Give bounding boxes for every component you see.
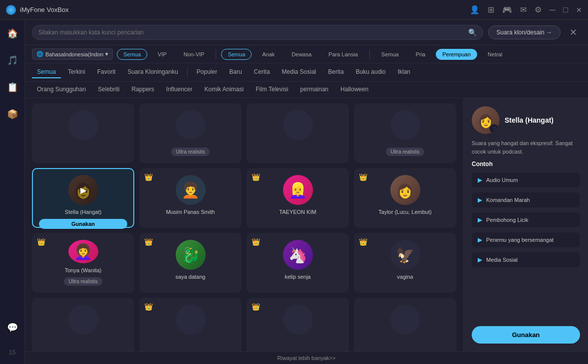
stella-play-overlay[interactable]: ▶	[68, 175, 98, 205]
detail-heart-icon[interactable]: ♡	[490, 124, 499, 133]
sample-media-sosial[interactable]: ▶ Media Sosial	[472, 252, 580, 267]
filter-vip[interactable]: VIP	[151, 49, 173, 60]
crown-icon-vagina: 👑	[359, 238, 367, 246]
saya-avatar: 🐉	[176, 240, 206, 270]
tab-halloween[interactable]: Halloween	[335, 84, 373, 96]
gamepad-icon[interactable]: 🎮	[502, 5, 512, 14]
sidebar-home-icon[interactable]: 🏠	[4, 25, 21, 42]
crown-icon-kelip: 👑	[252, 238, 260, 246]
voice-card-p4[interactable]	[354, 298, 456, 352]
filter-all-1[interactable]: Semua	[117, 49, 147, 60]
vagina-avatar: 🦅	[390, 240, 420, 270]
avatar-1	[176, 110, 206, 140]
voice-card-taylor[interactable]: 👑 👩 Taylor (Lucu, Lembut)	[354, 168, 456, 228]
filter-perempuan[interactable]: Perempuan	[436, 49, 477, 60]
title-bar: iMyFone VoxBox 👤 ⊞ 🎮 ✉ ⚙ ─ □ ✕	[0, 0, 588, 20]
voice-card-saya-datang[interactable]: 👑 🐉 saya datang	[139, 233, 242, 293]
chevron-down-icon: ▾	[105, 51, 108, 57]
filter-netral[interactable]: Netral	[481, 49, 509, 60]
search-input[interactable]	[38, 29, 464, 36]
tab-berita[interactable]: Berita	[323, 66, 348, 78]
tab-komik-animasi[interactable]: Komik Animasi	[200, 84, 249, 96]
filter-anak[interactable]: Anak	[256, 49, 281, 60]
filter-row-1: 🌐 BahasaIndonesia(Indon ▾ Semua VIP Non-…	[25, 45, 588, 63]
ultra-badge-3: Ultra realistis	[386, 148, 425, 156]
saya-name: saya datang	[176, 274, 206, 280]
crown-icon-taeyeon: 👑	[252, 173, 260, 181]
tab-favorit[interactable]: Favorit	[92, 66, 121, 78]
tab-iklan[interactable]: Iklan	[393, 66, 415, 78]
category-tabs-row2: Orang Sungguhan Selebriti Rappers Influe…	[25, 82, 588, 98]
filter-semua[interactable]: Semua	[375, 49, 405, 60]
tab-rappers[interactable]: Rappers	[126, 84, 159, 96]
tab-media-sosial[interactable]: Media Sosial	[277, 66, 321, 78]
crown-icon-tonya: 👑	[37, 238, 45, 246]
voice-card-3[interactable]: Ultra realistis	[354, 103, 456, 163]
ultra-badge-1: Ultra realistis	[171, 148, 210, 156]
filter-nonvip[interactable]: Non-VIP	[177, 49, 211, 60]
tab-influencer[interactable]: Influencer	[161, 84, 198, 96]
clone-design-button[interactable]: Suara klon/desain →	[488, 25, 561, 39]
voice-card-p3[interactable]: 👑	[247, 298, 349, 352]
sample-penemu[interactable]: ▶ Penemu yang bersemangat	[472, 232, 580, 247]
sample-play-icon-1: ▶	[478, 177, 482, 183]
filter-lansia[interactable]: Para Lansia	[322, 49, 364, 60]
tab-baru[interactable]: Baru	[224, 66, 247, 78]
filter-all-2[interactable]: Semua	[221, 49, 252, 60]
voice-card-vagina[interactable]: 👑 🦅 vagina	[354, 233, 456, 293]
mail-icon[interactable]: ✉	[520, 5, 527, 14]
language-selector[interactable]: 🌐 BahasaIndonesia(Indon ▾	[32, 48, 113, 60]
person-icon[interactable]: 👤	[470, 5, 480, 14]
tab-orang-sungguhan[interactable]: Orang Sungguhan	[32, 84, 91, 96]
grid-icon[interactable]: ⊞	[488, 5, 494, 14]
sidebar-music-icon[interactable]: 🎵	[4, 52, 21, 69]
voice-card-tonya[interactable]: 👑 👩‍🦱 Tonya (Wanita) Ultra realistis	[32, 233, 134, 293]
filter-separator-2	[369, 49, 370, 59]
filter-dewasa[interactable]: Dewasa	[285, 49, 318, 60]
tab-suara-kloninganku[interactable]: Suara Kloninganku	[122, 66, 183, 78]
tab-terkini[interactable]: Terkini	[63, 66, 90, 78]
tab-semua[interactable]: Semua	[32, 66, 61, 78]
voice-card-1[interactable]: Ultra realistis	[139, 103, 242, 163]
crown-icon-saya: 👑	[144, 238, 153, 246]
sample-label-1: Audio Umum	[486, 177, 518, 183]
minimize-icon[interactable]: ─	[550, 5, 555, 14]
more-history-link[interactable]: Riwayat lebih banyak>>	[278, 355, 336, 361]
sidebar-box-icon[interactable]: 📦	[4, 106, 21, 123]
sample-label-5: Media Sosial	[486, 257, 518, 263]
taylor-avatar: 👩	[390, 175, 420, 205]
sidebar-chat-icon[interactable]: 💬	[4, 319, 21, 336]
voice-card-smith[interactable]: 👑 🧑‍🦱 Musim Panas Smith	[139, 168, 242, 228]
gear-icon[interactable]: ⚙	[535, 5, 542, 14]
voice-card-kelip-senja[interactable]: 👑 🦄 kelip senja	[247, 233, 349, 293]
tab-cerita[interactable]: Cerita	[249, 66, 275, 78]
search-input-wrap[interactable]: 🔍	[32, 25, 483, 40]
voice-card-0[interactable]	[32, 103, 134, 163]
voice-card-2[interactable]	[247, 103, 349, 163]
avatar-2	[283, 110, 313, 140]
maximize-icon[interactable]: □	[563, 5, 568, 14]
voice-card-p2[interactable]: 👑	[139, 298, 242, 352]
detail-use-button[interactable]: Gunakan	[472, 326, 580, 344]
voice-card-p1[interactable]	[32, 298, 134, 352]
stella-use-button[interactable]: Gunakan	[39, 219, 127, 229]
tab-buku-audio[interactable]: Buku audio	[351, 66, 391, 78]
sample-komandan-marah[interactable]: ▶ Komandan Marah	[472, 192, 580, 207]
sample-audio-umum[interactable]: ▶ Audio Umum	[472, 173, 580, 187]
voice-card-stella[interactable]: 👩 ▶ Stella (Hangat) Gunakan	[32, 168, 134, 228]
bottom-bar: Riwayat lebih banyak>>	[25, 352, 588, 364]
sample-play-icon-3: ▶	[478, 216, 482, 223]
sidebar-num-icon: 15	[6, 346, 18, 359]
tab-selebriti[interactable]: Selebriti	[93, 84, 124, 96]
tab-populer[interactable]: Populer	[192, 66, 222, 78]
taeyeon-avatar: 👱‍♀️	[283, 175, 313, 205]
tab-film-televisi[interactable]: Film Televisi	[251, 84, 293, 96]
filter-pria[interactable]: Pria	[409, 49, 432, 60]
sidebar-list-icon[interactable]: 📋	[4, 79, 21, 96]
search-bar: 🔍 Suara klon/desain → ✕	[25, 20, 588, 45]
tab-permainan[interactable]: permainan	[295, 84, 333, 96]
sample-pembohong-licik[interactable]: ▶ Pembohong Licik	[472, 212, 580, 227]
close-window-icon[interactable]: ✕	[576, 6, 582, 14]
voice-card-taeyeon[interactable]: 👑 👱‍♀️ TAEYEON KIM	[247, 168, 349, 228]
close-search-icon[interactable]: ✕	[566, 25, 581, 40]
